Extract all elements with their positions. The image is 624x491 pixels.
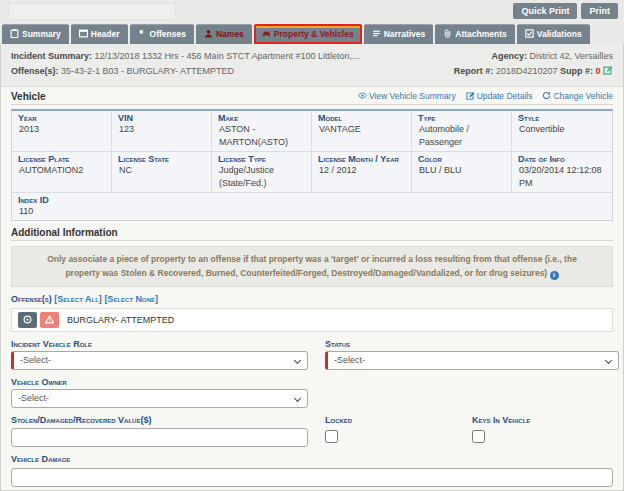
license-month-year-label: License Month / Year: [318, 154, 405, 165]
logo-placeholder: [8, 3, 176, 20]
tab-summary[interactable]: Summary: [2, 24, 69, 44]
license-month-year-value: 12 / 2012: [318, 164, 405, 177]
clipboard-icon: [10, 29, 19, 40]
year-value: 2013: [18, 123, 105, 136]
window-icon: [79, 29, 88, 40]
update-details-link[interactable]: Update Details: [466, 91, 533, 102]
vehicle-owner-label: Vehicle Owner: [11, 377, 308, 387]
tab-offenses[interactable]: Offenses: [130, 24, 194, 44]
select-none-link[interactable]: [Select None]: [104, 294, 158, 304]
offense-icon: [138, 29, 147, 40]
report-number-label: Report #:: [454, 66, 494, 76]
year-label: Year: [18, 113, 105, 124]
offenses-label: Offense(s):: [11, 66, 59, 76]
incident-summary-right: Agency: District 42, Versailles Report #…: [454, 49, 613, 81]
license-plate-value: AUTOMATION2: [18, 164, 105, 177]
paperclip-icon: [443, 29, 452, 40]
tab-header[interactable]: Header: [71, 24, 128, 44]
tab-names[interactable]: Names: [196, 24, 252, 44]
incident-summary-value: 12/13/2018 1332 Hrs - 456 Main STCT Apar…: [95, 51, 360, 61]
date-of-info-label: Date of Info: [518, 154, 606, 165]
locked-checkbox[interactable]: [325, 430, 338, 443]
keys-in-vehicle-checkbox[interactable]: [472, 430, 485, 443]
supp-number-value: 0: [595, 66, 600, 76]
type-value: Automobile / Passenger: [418, 123, 505, 148]
vehicle-damage-label: Vehicle Damage: [11, 454, 613, 464]
index-id-cell: Index ID 110: [12, 193, 612, 220]
change-vehicle-link[interactable]: Change Vehicle: [542, 91, 613, 102]
supp-number-label: Supp #:: [560, 66, 593, 76]
target-toggle-button[interactable]: [18, 312, 37, 328]
model-label: Model: [318, 113, 405, 124]
edit-icon: [466, 91, 475, 102]
top-bar: Quick Print Print: [0, 0, 624, 22]
offense-list-label: Offense(s): [11, 294, 52, 304]
index-id-value: 110: [18, 205, 606, 218]
incident-vehicle-role-select[interactable]: -Select-: [11, 351, 308, 370]
additional-information-title: Additional Information: [11, 227, 118, 238]
license-state-label: License State: [118, 154, 205, 165]
model-value: VANTAGE: [318, 123, 405, 136]
select-all-link[interactable]: [Select All]: [54, 294, 102, 304]
warning-button[interactable]: [40, 312, 59, 328]
stolen-value-label: Stolen/Damaged/Recovered Value($): [11, 415, 308, 425]
vehicle-section-title: Vehicle: [11, 91, 45, 102]
person-icon: [204, 29, 213, 40]
date-of-info-value: 03/20/2014 12:12:08 PM: [518, 164, 606, 189]
vin-label: VIN: [118, 113, 205, 124]
incident-vehicle-role-label: Incident Vehicle Role: [11, 339, 308, 349]
offense-select-row: Offense(s) [Select All] [Select None]: [11, 294, 613, 305]
license-state-value: NC: [118, 164, 205, 177]
change-icon: [542, 91, 551, 102]
index-id-label: Index ID: [18, 195, 606, 206]
agency-value: District 42, Versailles: [529, 51, 613, 61]
list-icon: [372, 29, 381, 40]
vehicle-section: Vehicle View Vehicle Summary Update Deta…: [1, 87, 623, 223]
style-value: Convertible: [518, 123, 606, 136]
keys-in-vehicle-label: Keys In Vehicle: [472, 415, 619, 425]
offense-item-label: BURGLARY- ATTEMPTED: [67, 315, 174, 325]
style-label: Style: [518, 113, 606, 124]
vin-value: 123: [118, 123, 205, 136]
tab-bar: Summary Header Offenses Names Property &…: [0, 22, 624, 44]
edit-supp-icon[interactable]: [603, 65, 613, 80]
car-icon: [262, 29, 271, 40]
chevron-down-icon: [294, 357, 301, 364]
make-label: Make: [218, 113, 305, 124]
offenses-value: 35-43-2-1 B03 - BURGLARY- ATTEMPTED: [61, 66, 234, 76]
offense-item: BURGLARY- ATTEMPTED: [11, 308, 613, 332]
status-label: Status: [325, 339, 619, 349]
chevron-down-icon: [294, 395, 301, 402]
vehicle-table-row: Year2013 VIN123 MakeASTON - MARTON(ASTO)…: [12, 111, 612, 152]
vehicle-damage-input[interactable]: [11, 468, 613, 487]
type-label: Type: [418, 113, 505, 124]
info-icon[interactable]: i: [550, 271, 559, 280]
license-plate-label: License Plate: [18, 154, 105, 165]
content-panel: Incident Summary: 12/13/2018 1332 Hrs - …: [0, 44, 624, 491]
make-value: ASTON - MARTON(ASTO): [218, 123, 305, 148]
tab-validations[interactable]: Validations: [517, 24, 590, 44]
locked-label: Locked: [325, 415, 472, 425]
tab-property-vehicles[interactable]: Property & Vehicles: [254, 24, 362, 44]
stolen-value-input[interactable]: [11, 428, 308, 447]
incident-summary-left: Incident Summary: 12/13/2018 1332 Hrs - …: [11, 49, 360, 81]
additional-information-section: Additional Information Only associate a …: [1, 223, 623, 491]
incident-summary-strip: Incident Summary: 12/13/2018 1332 Hrs - …: [1, 44, 623, 87]
tab-attachments[interactable]: Attachments: [435, 24, 514, 44]
view-vehicle-summary-link[interactable]: View Vehicle Summary: [358, 91, 456, 102]
vehicle-details-table: Year2013 VIN123 MakeASTON - MARTON(ASTO)…: [11, 109, 613, 221]
vehicle-owner-select[interactable]: -Select-: [11, 389, 308, 408]
print-button[interactable]: Print: [581, 3, 618, 19]
vehicle-form: Incident Vehicle Role -Select- Status -S…: [11, 332, 613, 448]
license-type-value: Judge/Justice (State/Fed.): [218, 164, 305, 189]
eye-icon: [358, 91, 367, 102]
check-square-icon: [525, 29, 534, 40]
report-number-value: 2018D4210207: [496, 66, 558, 76]
quick-print-button[interactable]: Quick Print: [513, 3, 577, 19]
warning-triangle-icon: [45, 312, 54, 327]
incident-summary-label: Incident Summary:: [11, 51, 92, 61]
agency-label: Agency:: [491, 51, 527, 61]
status-select[interactable]: -Select-: [325, 351, 619, 370]
tab-narratives[interactable]: Narratives: [364, 24, 434, 44]
color-value: BLU / BLU: [418, 164, 505, 177]
